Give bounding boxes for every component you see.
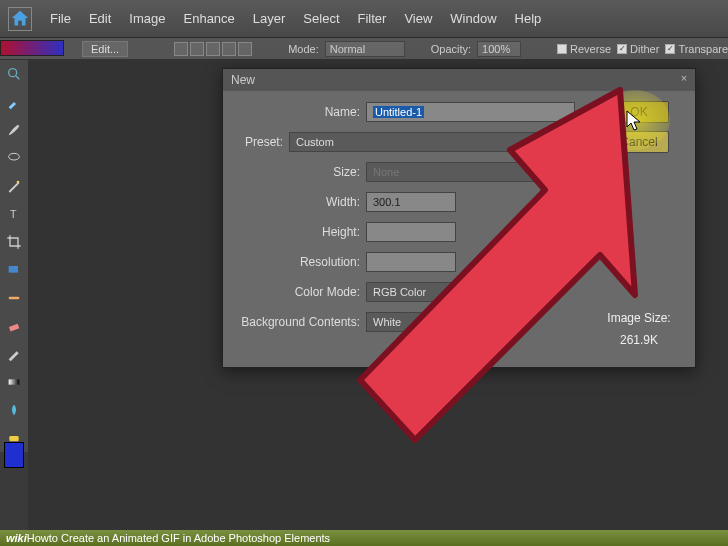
mode-dropdown[interactable]: Normal xyxy=(325,41,405,57)
healing-tool-icon[interactable] xyxy=(4,288,24,308)
foreground-color-swatch[interactable] xyxy=(4,442,24,468)
shape-tool-icon[interactable] xyxy=(4,260,24,280)
cancel-button[interactable]: Cancel xyxy=(609,131,669,153)
svg-rect-8 xyxy=(9,379,20,384)
menu-window[interactable]: Window xyxy=(450,11,496,26)
preset-dropdown[interactable]: Custom xyxy=(289,132,547,152)
reverse-checkbox[interactable]: Reverse xyxy=(557,43,611,55)
width-label: Width: xyxy=(231,195,366,209)
menu-edit[interactable]: Edit xyxy=(89,11,111,26)
caption-text: to Create an Animated GIF in Adobe Photo… xyxy=(49,532,330,544)
colormode-dropdown[interactable]: RGB Color xyxy=(366,282,486,302)
svg-rect-7 xyxy=(9,324,19,332)
menu-filter[interactable]: Filter xyxy=(358,11,387,26)
gradient-preview[interactable] xyxy=(0,40,64,56)
svg-point-3 xyxy=(17,181,20,184)
dialog-title-text: New xyxy=(231,73,255,87)
menu-image[interactable]: Image xyxy=(129,11,165,26)
ok-button[interactable]: OK xyxy=(609,101,669,123)
svg-text:T: T xyxy=(10,208,17,220)
brush-tool-icon[interactable] xyxy=(4,120,24,140)
svg-rect-6 xyxy=(9,297,20,300)
size-label: Size: xyxy=(231,165,366,179)
new-document-dialog: New × Name: Untitled-1 Preset: Custom Si… xyxy=(222,68,696,368)
name-input[interactable]: Untitled-1 xyxy=(366,102,575,122)
edit-gradient-button[interactable]: Edit... xyxy=(82,41,128,57)
preset-label: Preset: xyxy=(231,135,289,149)
menu-select[interactable]: Select xyxy=(303,11,339,26)
dialog-close-button[interactable]: × xyxy=(677,72,691,86)
crop-tool-icon[interactable] xyxy=(4,232,24,252)
zoom-tool-icon[interactable] xyxy=(4,64,24,84)
caption-prefix: wiki xyxy=(6,532,27,544)
name-label: Name: xyxy=(231,105,366,119)
resolution-label: Resolution: xyxy=(231,255,366,269)
options-bar: Edit... Mode: Normal Opacity: 100% Rever… xyxy=(0,38,728,60)
svg-line-1 xyxy=(16,76,19,79)
menu-layer[interactable]: Layer xyxy=(253,11,286,26)
opacity-label: Opacity: xyxy=(431,43,471,55)
bg-dropdown[interactable]: White xyxy=(366,312,486,332)
eraser-tool-icon[interactable] xyxy=(4,316,24,336)
eyedropper-tool-icon[interactable] xyxy=(4,92,24,112)
transparency-checkbox[interactable]: ✓Transparency xyxy=(665,43,728,55)
menu-help[interactable]: Help xyxy=(515,11,542,26)
bg-label: Background Contents: xyxy=(231,315,366,329)
menu-enhance[interactable]: Enhance xyxy=(184,11,235,26)
opacity-field[interactable]: 100% xyxy=(477,41,521,57)
svg-rect-9 xyxy=(9,436,18,441)
gradient-tool-icon[interactable] xyxy=(4,372,24,392)
resolution-input[interactable] xyxy=(366,252,456,272)
height-input[interactable] xyxy=(366,222,456,242)
size-dropdown[interactable]: None xyxy=(366,162,575,182)
type-tool-icon[interactable]: T xyxy=(4,204,24,224)
tool-strip: T xyxy=(0,60,28,452)
smudge-tool-icon[interactable] xyxy=(4,400,24,420)
image-size-value: 261.9K xyxy=(607,333,670,347)
wand-tool-icon[interactable] xyxy=(4,176,24,196)
image-size-label: Image Size: xyxy=(607,311,670,325)
menu-file[interactable]: File xyxy=(50,11,71,26)
home-icon[interactable] xyxy=(8,7,32,31)
dialog-titlebar: New × xyxy=(223,69,695,91)
dither-checkbox[interactable]: ✓Dither xyxy=(617,43,659,55)
caption-bar: wikiHow to Create an Animated GIF in Ado… xyxy=(0,530,728,546)
width-input[interactable]: 300.1 xyxy=(366,192,456,212)
caption-how: How xyxy=(27,532,49,544)
height-label: Height: xyxy=(231,225,366,239)
lasso-tool-icon[interactable] xyxy=(4,148,24,168)
svg-point-0 xyxy=(9,69,17,77)
gradient-type-swatches[interactable] xyxy=(174,42,252,56)
svg-rect-5 xyxy=(9,266,18,273)
mode-label: Mode: xyxy=(288,43,319,55)
svg-point-2 xyxy=(9,153,20,160)
menu-view[interactable]: View xyxy=(404,11,432,26)
colormode-label: Color Mode: xyxy=(231,285,366,299)
menubar: File Edit Image Enhance Layer Select Fil… xyxy=(0,0,728,38)
pencil-tool-icon[interactable] xyxy=(4,344,24,364)
